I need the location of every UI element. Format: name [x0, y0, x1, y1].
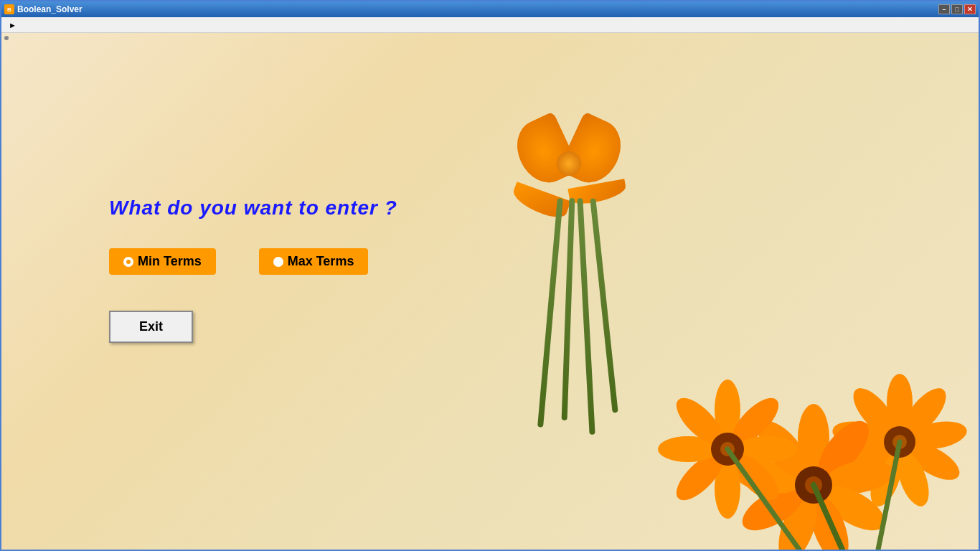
- min-terms-radio-circle: [123, 257, 133, 267]
- app-icon: B: [4, 4, 14, 14]
- minimize-button[interactable]: –: [938, 4, 950, 14]
- max-terms-radio-circle: [273, 257, 283, 267]
- radio-group: Min Terms Max Terms: [109, 248, 368, 275]
- min-terms-label: Min Terms: [138, 254, 202, 269]
- menu-bar: ►: [1, 17, 979, 33]
- min-terms-radio[interactable]: Min Terms: [109, 248, 216, 275]
- max-terms-radio[interactable]: Max Terms: [259, 248, 369, 275]
- title-bar-buttons: – □ ✕: [938, 4, 976, 14]
- maximize-button[interactable]: □: [951, 4, 963, 14]
- title-bar-left: B Boolean_Solver: [4, 4, 83, 14]
- menu-icon[interactable]: ►: [4, 19, 21, 31]
- content-area: What do you want to enter ? Min Terms Ma…: [1, 33, 979, 550]
- ui-panel: What do you want to enter ? Min Terms Ma…: [1, 33, 979, 550]
- max-terms-label: Max Terms: [288, 254, 354, 269]
- exit-button[interactable]: Exit: [109, 311, 193, 343]
- question-text: What do you want to enter ?: [109, 197, 397, 220]
- close-button[interactable]: ✕: [964, 4, 976, 14]
- title-bar: B Boolean_Solver – □ ✕: [1, 1, 979, 17]
- window-title: Boolean_Solver: [17, 4, 83, 14]
- window-frame: B Boolean_Solver – □ ✕ ►: [0, 0, 980, 551]
